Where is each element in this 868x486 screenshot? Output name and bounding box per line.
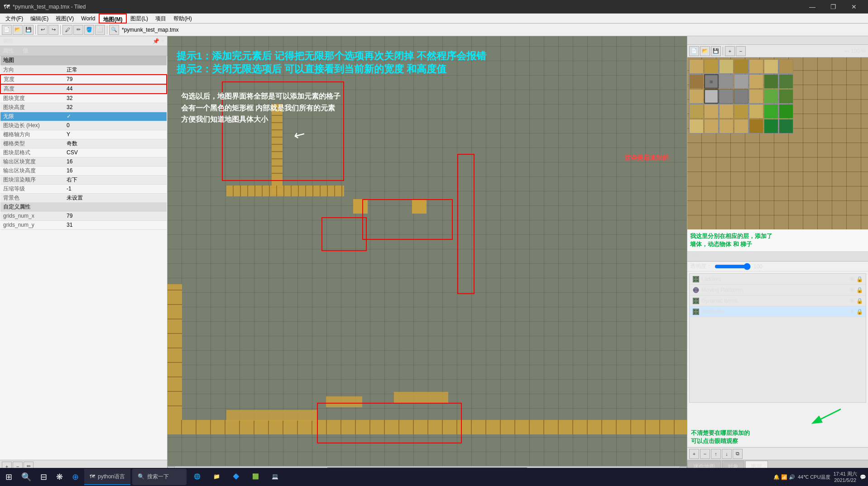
select-button[interactable]: ⬜ [95, 25, 105, 35]
new-button[interactable]: 📄 [2, 25, 12, 35]
tile-grass-3[interactable] [764, 89, 778, 104]
properties-pin[interactable]: 📌 [153, 38, 159, 44]
tile-6[interactable] [764, 59, 778, 74]
properties-close[interactable]: × [161, 38, 164, 44]
close-button[interactable]: ✕ [844, 0, 864, 14]
tileset-area[interactable]: ▦ [687, 57, 868, 229]
layer-platforms[interactable]: Platforms 👁 🔒 [690, 306, 866, 317]
layer-down-button[interactable]: ↓ [722, 449, 732, 459]
layer-moving-platforms[interactable]: Moving Platforms 👁 🔒 [690, 285, 866, 295]
prop-renderorder[interactable]: 图块渲染顺序 右下 [0, 175, 167, 184]
browser-app[interactable]: 🌐 [188, 469, 206, 485]
menu-world[interactable]: World [77, 14, 99, 24]
edge-button[interactable]: ⊕ [68, 469, 82, 485]
tile-stone-4[interactable] [704, 89, 719, 104]
file-manager-app[interactable]: 📁 [208, 469, 225, 485]
tile-1[interactable] [689, 59, 704, 74]
start-button[interactable]: ⊞ [2, 469, 16, 485]
app6[interactable]: 🟩 [247, 469, 264, 485]
tile-15[interactable] [704, 104, 719, 119]
prop-width[interactable]: 宽度 79 [0, 75, 167, 84]
layer-dynamic-items[interactable]: Dynamic Items 👁 🔒 [690, 295, 866, 306]
prop-compression[interactable]: 压缩等级 -1 [0, 184, 167, 193]
tile-8[interactable] [689, 74, 704, 89]
tileset-save[interactable]: 💾 [711, 46, 721, 56]
layers-close[interactable]: × [861, 253, 864, 260]
tile-19[interactable] [689, 119, 704, 133]
tile-12[interactable] [734, 89, 748, 104]
tile-grass-2[interactable] [779, 74, 793, 89]
tile-stone-2[interactable] [719, 74, 734, 89]
stamp-button[interactable]: 🖊 [62, 25, 72, 35]
layer-ladders[interactable]: Ladders 👁 🔒 [690, 274, 866, 285]
menu-map[interactable]: 地图(M) [99, 14, 127, 24]
tile-2[interactable] [704, 59, 719, 74]
layer-dynamic-eye[interactable]: 👁 [849, 297, 855, 305]
fill-button[interactable]: 🪣 [84, 25, 94, 35]
tile-tree-1[interactable] [764, 119, 778, 133]
tile-16[interactable] [719, 104, 734, 119]
search-box[interactable]: 🔍 搜索一下 [132, 469, 187, 485]
tile-14[interactable] [689, 104, 704, 119]
tile-7[interactable] [779, 59, 793, 74]
tile-stone-1[interactable]: ▦ [704, 74, 719, 89]
tile-10[interactable] [689, 89, 704, 104]
tile-9[interactable] [749, 74, 763, 89]
tile-23[interactable] [749, 119, 763, 133]
tile-20[interactable] [704, 119, 719, 133]
tileset-open[interactable]: 📂 [700, 46, 710, 56]
map-area[interactable]: 提示1：添加完元素后 记得把无限那个选项再次关闭掉 不然程序会报错 提示2：关闭… [168, 36, 687, 472]
prop-grids-x[interactable]: grids_num_x 79 [0, 211, 167, 220]
tile-11[interactable] [719, 89, 734, 104]
menu-view[interactable]: 视图(V) [52, 14, 77, 24]
tile-tree-2[interactable] [779, 119, 793, 133]
zoom-in-button[interactable]: 🔍 [109, 25, 119, 35]
search-button[interactable]: 🔍 [18, 469, 35, 485]
tile-stone-3[interactable] [734, 74, 748, 89]
tileset-close[interactable]: × [862, 37, 865, 43]
tile-bush-1[interactable] [764, 104, 778, 119]
tile-3[interactable] [719, 59, 734, 74]
prop-layerformat[interactable]: 图块层格式 CSV [0, 148, 167, 157]
layer-remove-button[interactable]: − [700, 449, 710, 459]
widgets-button[interactable]: ❋ [53, 469, 67, 485]
layer-add-button[interactable]: + [689, 449, 699, 459]
tile-17[interactable] [734, 104, 748, 119]
layer-duplicate-button[interactable]: ⧉ [733, 449, 743, 459]
layer-ladders-lock[interactable]: 🔒 [856, 276, 863, 282]
layer-moving-eye[interactable]: 👁 [849, 286, 855, 294]
prop-chunkheight[interactable]: 输出区块高度 16 [0, 166, 167, 175]
tile-4[interactable] [734, 59, 748, 74]
opacity-slider[interactable] [715, 263, 751, 270]
eraser-button[interactable]: ✏ [73, 25, 83, 35]
prop-height[interactable]: 高度 44 [0, 84, 167, 94]
tile-bush-2[interactable] [779, 104, 793, 119]
layer-platforms-eye[interactable]: 👁 [849, 308, 855, 315]
prop-staggerindex[interactable]: 棚格类型 奇数 [0, 139, 167, 148]
prop-infinite[interactable]: 无限 ✓ [0, 112, 167, 121]
save-button[interactable]: 💾 [24, 25, 34, 35]
minimize-button[interactable]: — [802, 0, 823, 14]
prop-grids-y[interactable]: grids_num_y 31 [0, 220, 167, 229]
tile-13[interactable] [749, 89, 763, 104]
menu-project[interactable]: 项目 [152, 14, 170, 24]
prop-bgcolor[interactable]: 背景色 未设置 [0, 193, 167, 202]
menu-file[interactable]: 文件(F) [2, 14, 27, 24]
tile-5[interactable] [749, 59, 763, 74]
layer-ladders-eye[interactable]: 👁 [849, 276, 855, 283]
app5[interactable]: 🔷 [227, 469, 245, 485]
prop-hexlen[interactable]: 图块边长 (Hex) 0 [0, 121, 167, 130]
tile-21[interactable] [719, 119, 734, 133]
tile-grass-1[interactable] [764, 74, 778, 89]
tile-18[interactable] [749, 104, 763, 119]
prop-direction[interactable]: 方向 正常 [0, 65, 167, 75]
tile-grass-4[interactable] [779, 89, 793, 104]
tiled-app-taskbar[interactable]: 🗺 python语言 [84, 469, 130, 485]
prop-chunkwidth[interactable]: 输出区块宽度 16 [0, 157, 167, 166]
maximize-button[interactable]: ❐ [823, 0, 844, 14]
task-view-button[interactable]: ⊟ [37, 469, 51, 485]
layer-up-button[interactable]: ↑ [711, 449, 721, 459]
open-button[interactable]: 📂 [13, 25, 23, 35]
menu-edit[interactable]: 编辑(E) [27, 14, 52, 24]
tileset-zoom-in[interactable]: + [725, 46, 735, 56]
